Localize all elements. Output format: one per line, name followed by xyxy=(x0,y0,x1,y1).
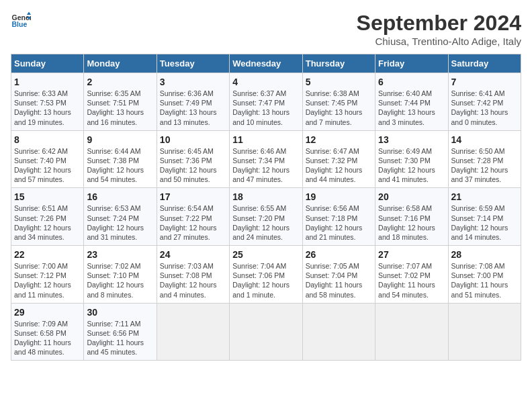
day-detail: Sunrise: 6:51 AMSunset: 7:26 PMDaylight:… xyxy=(14,204,71,241)
day-number: 28 xyxy=(451,249,518,260)
day-cell: 21 Sunrise: 6:59 AMSunset: 7:14 PMDaylig… xyxy=(448,188,521,246)
day-detail: Sunrise: 6:40 AMSunset: 7:44 PMDaylight:… xyxy=(378,89,435,126)
day-cell: 12 Sunrise: 6:47 AMSunset: 7:32 PMDaylig… xyxy=(302,130,375,188)
day-detail: Sunrise: 7:00 AMSunset: 7:12 PMDaylight:… xyxy=(14,262,71,299)
day-cell: 11 Sunrise: 6:46 AMSunset: 7:34 PMDaylig… xyxy=(230,130,302,188)
day-number: 3 xyxy=(160,77,226,87)
header-friday: Friday xyxy=(375,54,448,73)
day-cell: 14 Sunrise: 6:50 AMSunset: 7:28 PMDaylig… xyxy=(448,130,521,188)
day-detail: Sunrise: 6:37 AMSunset: 7:47 PMDaylight:… xyxy=(232,89,290,126)
day-number: 27 xyxy=(378,249,445,260)
day-detail: Sunrise: 7:09 AMSunset: 6:58 PMDaylight:… xyxy=(14,320,71,357)
header-tuesday: Tuesday xyxy=(157,54,229,73)
day-detail: Sunrise: 6:41 AMSunset: 7:42 PMDaylight:… xyxy=(451,89,508,126)
day-number: 21 xyxy=(451,191,518,202)
day-cell xyxy=(375,303,448,361)
day-detail: Sunrise: 6:47 AMSunset: 7:32 PMDaylight:… xyxy=(306,147,363,184)
day-number: 18 xyxy=(232,191,299,202)
svg-text:Blue: Blue xyxy=(12,20,28,28)
day-number: 8 xyxy=(14,134,81,145)
day-number: 13 xyxy=(378,134,445,145)
day-number: 6 xyxy=(378,77,445,87)
day-cell: 23 Sunrise: 7:02 AMSunset: 7:10 PMDaylig… xyxy=(84,246,157,304)
day-number: 11 xyxy=(232,134,299,145)
week-row-5: 29 Sunrise: 7:09 AMSunset: 6:58 PMDaylig… xyxy=(11,303,521,361)
day-cell xyxy=(157,303,229,361)
day-detail: Sunrise: 6:36 AMSunset: 7:49 PMDaylight:… xyxy=(160,89,217,126)
day-number: 29 xyxy=(14,307,81,318)
day-detail: Sunrise: 6:33 AMSunset: 7:53 PMDaylight:… xyxy=(14,89,71,126)
day-number: 17 xyxy=(160,191,226,202)
day-number: 30 xyxy=(87,307,153,318)
day-detail: Sunrise: 6:46 AMSunset: 7:34 PMDaylight:… xyxy=(232,147,290,184)
header-wednesday: Wednesday xyxy=(230,54,302,73)
day-detail: Sunrise: 6:38 AMSunset: 7:45 PMDaylight:… xyxy=(306,89,363,126)
day-cell: 9 Sunrise: 6:44 AMSunset: 7:38 PMDayligh… xyxy=(84,130,157,188)
day-detail: Sunrise: 7:03 AMSunset: 7:08 PMDaylight:… xyxy=(160,262,217,299)
day-number: 7 xyxy=(451,77,518,87)
day-cell: 2 Sunrise: 6:35 AMSunset: 7:51 PMDayligh… xyxy=(84,73,157,131)
day-number: 20 xyxy=(378,191,445,202)
day-detail: Sunrise: 6:59 AMSunset: 7:14 PMDaylight:… xyxy=(451,204,508,241)
logo-icon: General Blue xyxy=(11,11,31,31)
day-cell: 24 Sunrise: 7:03 AMSunset: 7:08 PMDaylig… xyxy=(157,246,229,304)
day-detail: Sunrise: 7:08 AMSunset: 7:00 PMDaylight:… xyxy=(451,262,508,299)
header-monday: Monday xyxy=(84,54,157,73)
day-cell: 18 Sunrise: 6:55 AMSunset: 7:20 PMDaylig… xyxy=(230,188,302,246)
day-detail: Sunrise: 6:35 AMSunset: 7:51 PMDaylight:… xyxy=(87,89,144,126)
day-detail: Sunrise: 6:50 AMSunset: 7:28 PMDaylight:… xyxy=(451,147,508,184)
day-number: 24 xyxy=(160,249,226,260)
day-number: 10 xyxy=(160,134,226,145)
day-number: 26 xyxy=(306,249,372,260)
day-cell xyxy=(302,303,375,361)
day-cell: 4 Sunrise: 6:37 AMSunset: 7:47 PMDayligh… xyxy=(230,73,302,131)
day-number: 9 xyxy=(87,134,153,145)
day-detail: Sunrise: 7:04 AMSunset: 7:06 PMDaylight:… xyxy=(232,262,290,299)
day-detail: Sunrise: 6:58 AMSunset: 7:16 PMDaylight:… xyxy=(378,204,435,241)
day-detail: Sunrise: 6:53 AMSunset: 7:24 PMDaylight:… xyxy=(87,204,144,241)
day-detail: Sunrise: 6:45 AMSunset: 7:36 PMDaylight:… xyxy=(160,147,217,184)
day-detail: Sunrise: 6:42 AMSunset: 7:40 PMDaylight:… xyxy=(14,147,71,184)
day-cell: 1 Sunrise: 6:33 AMSunset: 7:53 PMDayligh… xyxy=(11,73,84,131)
day-number: 19 xyxy=(306,191,372,202)
day-cell: 27 Sunrise: 7:07 AMSunset: 7:02 PMDaylig… xyxy=(375,246,448,304)
day-number: 14 xyxy=(451,134,518,145)
day-cell: 15 Sunrise: 6:51 AMSunset: 7:26 PMDaylig… xyxy=(11,188,84,246)
day-cell: 30 Sunrise: 7:11 AMSunset: 6:56 PMDaylig… xyxy=(84,303,157,361)
day-number: 22 xyxy=(14,249,81,260)
day-cell xyxy=(448,303,521,361)
day-detail: Sunrise: 6:44 AMSunset: 7:38 PMDaylight:… xyxy=(87,147,144,184)
day-cell: 8 Sunrise: 6:42 AMSunset: 7:40 PMDayligh… xyxy=(11,130,84,188)
day-cell: 7 Sunrise: 6:41 AMSunset: 7:42 PMDayligh… xyxy=(448,73,521,131)
header-row: SundayMondayTuesdayWednesdayThursdayFrid… xyxy=(11,54,521,73)
page-header: General Blue September 2024 Chiusa, Tren… xyxy=(11,11,521,47)
day-cell: 5 Sunrise: 6:38 AMSunset: 7:45 PMDayligh… xyxy=(302,73,375,131)
day-number: 4 xyxy=(232,77,299,87)
day-cell xyxy=(230,303,302,361)
day-detail: Sunrise: 7:05 AMSunset: 7:04 PMDaylight:… xyxy=(306,262,363,299)
page-subtitle: Chiusa, Trentino-Alto Adige, Italy xyxy=(357,36,521,47)
day-detail: Sunrise: 6:49 AMSunset: 7:30 PMDaylight:… xyxy=(378,147,435,184)
calendar-table: SundayMondayTuesdayWednesdayThursdayFrid… xyxy=(11,54,521,361)
day-cell: 10 Sunrise: 6:45 AMSunset: 7:36 PMDaylig… xyxy=(157,130,229,188)
day-cell: 25 Sunrise: 7:04 AMSunset: 7:06 PMDaylig… xyxy=(230,246,302,304)
day-number: 1 xyxy=(14,77,81,87)
day-detail: Sunrise: 6:56 AMSunset: 7:18 PMDaylight:… xyxy=(306,204,363,241)
day-number: 12 xyxy=(306,134,372,145)
day-detail: Sunrise: 6:54 AMSunset: 7:22 PMDaylight:… xyxy=(160,204,217,241)
day-number: 5 xyxy=(306,77,372,87)
day-detail: Sunrise: 7:02 AMSunset: 7:10 PMDaylight:… xyxy=(87,262,144,299)
day-number: 15 xyxy=(14,191,81,202)
day-cell: 16 Sunrise: 6:53 AMSunset: 7:24 PMDaylig… xyxy=(84,188,157,246)
week-row-3: 15 Sunrise: 6:51 AMSunset: 7:26 PMDaylig… xyxy=(11,188,521,246)
day-number: 23 xyxy=(87,249,153,260)
day-detail: Sunrise: 6:55 AMSunset: 7:20 PMDaylight:… xyxy=(232,204,290,241)
week-row-2: 8 Sunrise: 6:42 AMSunset: 7:40 PMDayligh… xyxy=(11,130,521,188)
day-cell: 20 Sunrise: 6:58 AMSunset: 7:16 PMDaylig… xyxy=(375,188,448,246)
day-cell: 6 Sunrise: 6:40 AMSunset: 7:44 PMDayligh… xyxy=(375,73,448,131)
logo: General Blue xyxy=(11,11,31,31)
day-cell: 22 Sunrise: 7:00 AMSunset: 7:12 PMDaylig… xyxy=(11,246,84,304)
day-number: 25 xyxy=(232,249,299,260)
day-detail: Sunrise: 7:11 AMSunset: 6:56 PMDaylight:… xyxy=(87,320,144,357)
day-cell: 19 Sunrise: 6:56 AMSunset: 7:18 PMDaylig… xyxy=(302,188,375,246)
